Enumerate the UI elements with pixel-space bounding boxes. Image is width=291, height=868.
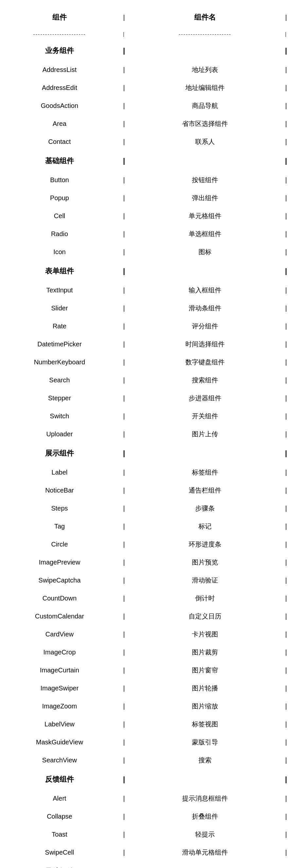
component-name[interactable]: CustomCalendar [0, 607, 119, 625]
component-name-cn[interactable]: 图标 [129, 243, 281, 261]
component-name-cn[interactable]: 弹出组件 [129, 189, 281, 207]
component-name[interactable]: Area [0, 115, 119, 133]
component-name-cn[interactable]: 开关组件 [129, 407, 281, 425]
component-name-cn[interactable]: 通告栏组件 [129, 482, 281, 499]
component-name[interactable]: Label [0, 463, 119, 482]
component-name-cn[interactable]: 标记 [129, 518, 281, 535]
component-name[interactable]: Collapse [0, 807, 119, 826]
component-name[interactable]: TextInput [0, 281, 119, 299]
component-name[interactable]: Uploader [0, 425, 119, 443]
component-name-cn[interactable]: 标签视图 [129, 715, 281, 733]
component-name[interactable]: Alert [0, 789, 119, 807]
category-name-cn[interactable] [129, 862, 281, 868]
component-name-cn[interactable]: 倒计时 [129, 589, 281, 607]
component-name-cn[interactable]: 图片轮播 [129, 679, 281, 697]
category-name[interactable]: 基础组件 [0, 151, 119, 171]
component-name[interactable]: Cell [0, 207, 119, 225]
component-name[interactable]: Search [0, 371, 119, 389]
component-name-cn[interactable]: 步骤条 [129, 499, 281, 518]
component-name-cn[interactable]: 联系人 [129, 133, 281, 151]
table-body: 业务组件||AddressList|地址列表|AddressEdit|地址编辑组… [0, 40, 291, 868]
component-name-cn[interactable]: 时间选择组件 [129, 335, 281, 353]
category-name-cn[interactable] [129, 261, 281, 281]
component-name[interactable]: AddressList [0, 61, 119, 79]
component-name-cn[interactable]: 按钮组件 [129, 171, 281, 189]
component-name[interactable]: ImageCurtain [0, 661, 119, 679]
component-name[interactable]: MaskGuideView [0, 733, 119, 751]
component-name[interactable]: CardView [0, 625, 119, 643]
row-end: | [281, 679, 291, 697]
component-name-cn[interactable]: 单元格组件 [129, 207, 281, 225]
component-name[interactable]: Switch [0, 407, 119, 425]
component-name[interactable]: SwipeCaptcha [0, 571, 119, 589]
component-name-cn[interactable]: 标签组件 [129, 463, 281, 482]
row-end: | [281, 97, 291, 115]
component-name-cn[interactable]: 自定义日历 [129, 607, 281, 625]
component-name-cn[interactable]: 步进器组件 [129, 389, 281, 407]
category-name-cn[interactable] [129, 151, 281, 171]
component-name-cn[interactable]: 搜索组件 [129, 371, 281, 389]
component-name-cn[interactable]: 蒙版引导 [129, 733, 281, 751]
category-name-cn[interactable] [129, 443, 281, 463]
component-name-cn[interactable]: 地址列表 [129, 61, 281, 79]
category-name[interactable]: 反馈组件 [0, 769, 119, 789]
component-name[interactable]: Popup [0, 189, 119, 207]
component-name[interactable]: NumberKeyboard [0, 353, 119, 371]
component-name-cn[interactable]: 滑动单元格组件 [129, 843, 281, 862]
component-name-cn[interactable]: 折叠组件 [129, 807, 281, 826]
component-name-cn[interactable]: 省市区选择组件 [129, 115, 281, 133]
component-name[interactable]: Circle [0, 535, 119, 553]
component-name-cn[interactable]: 评分组件 [129, 317, 281, 335]
component-name[interactable]: Button [0, 171, 119, 189]
component-name[interactable]: ImageSwiper [0, 679, 119, 697]
component-name-cn[interactable]: 滑动验证 [129, 571, 281, 589]
component-name-cn[interactable]: 搜索 [129, 751, 281, 769]
row-end: | [281, 589, 291, 607]
component-name-cn[interactable]: 图片预览 [129, 553, 281, 571]
component-name[interactable]: AddressEdit [0, 79, 119, 97]
component-name[interactable]: SearchView [0, 751, 119, 769]
table-row: Switch|开关组件| [0, 407, 291, 425]
category-name-cn[interactable] [129, 40, 281, 61]
component-name[interactable]: SwipeCell [0, 843, 119, 862]
category-name[interactable]: 业务组件 [0, 40, 119, 61]
component-name-cn[interactable]: 数字键盘组件 [129, 353, 281, 371]
component-name[interactable]: Icon [0, 243, 119, 261]
row-end: | [281, 715, 291, 733]
component-name[interactable]: Radio [0, 225, 119, 243]
component-name[interactable]: CountDown [0, 589, 119, 607]
component-name[interactable]: Steps [0, 499, 119, 518]
component-name[interactable]: GoodsAction [0, 97, 119, 115]
category-name[interactable]: 导航组件 [0, 862, 119, 868]
component-name-cn[interactable]: 单选框组件 [129, 225, 281, 243]
component-name-cn[interactable]: 图片缩放 [129, 697, 281, 715]
component-name-cn[interactable]: 图片裁剪 [129, 643, 281, 661]
component-name-cn[interactable]: 滑动条组件 [129, 299, 281, 317]
component-name[interactable]: NoticeBar [0, 482, 119, 499]
component-name-cn[interactable]: 提示消息框组件 [129, 789, 281, 807]
component-name[interactable]: Contact [0, 133, 119, 151]
category-name[interactable]: 表单组件 [0, 261, 119, 281]
component-name-cn[interactable]: 输入框组件 [129, 281, 281, 299]
component-name[interactable]: ImageCrop [0, 643, 119, 661]
component-name[interactable]: ImagePreview [0, 553, 119, 571]
component-name-cn[interactable]: 图片窗帘 [129, 661, 281, 679]
component-name[interactable]: Tag [0, 518, 119, 535]
category-name-cn[interactable] [129, 769, 281, 789]
component-name[interactable]: ImageZoom [0, 697, 119, 715]
component-name-cn[interactable]: 轻提示 [129, 826, 281, 843]
component-name-cn[interactable]: 地址编辑组件 [129, 79, 281, 97]
component-name[interactable]: DatetimePicker [0, 335, 119, 353]
component-name[interactable]: Rate [0, 317, 119, 335]
component-name-cn[interactable]: 环形进度条 [129, 535, 281, 553]
row-end: | [281, 40, 291, 61]
row-end: | [281, 243, 291, 261]
component-name[interactable]: Stepper [0, 389, 119, 407]
component-name-cn[interactable]: 商品导航 [129, 97, 281, 115]
component-name-cn[interactable]: 图片上传 [129, 425, 281, 443]
component-name[interactable]: LabelView [0, 715, 119, 733]
component-name[interactable]: Toast [0, 826, 119, 843]
category-name[interactable]: 展示组件 [0, 443, 119, 463]
component-name-cn[interactable]: 卡片视图 [129, 625, 281, 643]
component-name[interactable]: Slider [0, 299, 119, 317]
